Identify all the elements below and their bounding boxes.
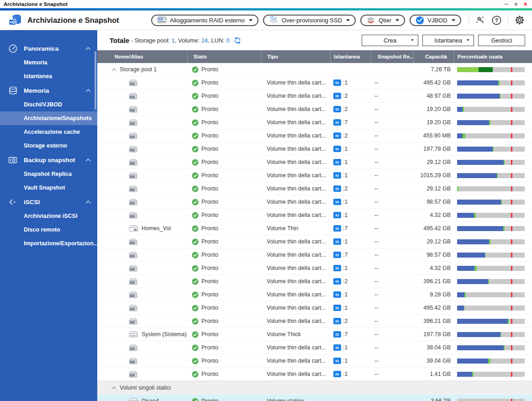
table-row-volume[interactable]: IOProntoVolume thin della cart...IO:2--4…: [97, 129, 532, 142]
table-row-disco4[interactable]: Disco4ProntoVolume statico----3.56 TB: [97, 395, 532, 401]
snapshot-badge-icon[interactable]: IO: [333, 79, 341, 86]
snapshot-badge-icon[interactable]: IO: [333, 344, 341, 351]
sidebar-scrollbar[interactable]: [95, 51, 96, 110]
refresh-icon[interactable]: [234, 37, 241, 44]
maximize-button[interactable]: +: [514, 1, 518, 7]
status-text: Pronto: [201, 212, 218, 218]
istantanea-button[interactable]: Istantanea: [422, 35, 474, 46]
sidebar-section-backup-snapshot[interactable]: Backup snapshot: [0, 153, 97, 167]
column-header-stato[interactable]: Stato: [187, 50, 261, 63]
table-row-volume[interactable]: IOProntoVolume thin della cart...IO:1--4…: [97, 209, 532, 222]
table-row-volume[interactable]: IOProntoVolume thin della cart...IO:2--2…: [97, 182, 532, 195]
snapshot-badge-icon[interactable]: IO: [333, 358, 341, 364]
table-row-volume[interactable]: IOProntoVolume thin della cart...IO:2--3…: [97, 275, 532, 288]
column-header-snapshot-re[interactable]: Snapshot Re...: [370, 50, 413, 63]
snapshot-badge-icon[interactable]: IO: [333, 93, 341, 99]
snapshot-badge-icon[interactable]: IO: [333, 185, 341, 192]
table-row-volume[interactable]: IOProntoVolume thin della cart...IO:1--9…: [97, 195, 532, 209]
snapshot-count: :2: [343, 93, 348, 99]
snapshot-badge-icon[interactable]: IO: [333, 305, 341, 311]
minimize-button[interactable]: −: [504, 1, 508, 7]
sidebar-item-disco-remoto[interactable]: Disco remoto: [0, 223, 97, 237]
snapshot-badge-icon[interactable]: IO: [333, 331, 341, 338]
replica-value: --: [374, 212, 378, 218]
sidebar-item-vault-snapshot[interactable]: Vault Snapshot: [0, 181, 97, 195]
close-button[interactable]: ×: [524, 1, 527, 7]
table-row-volume[interactable]: IOProntoVolume thin della cart...IO:7--9…: [97, 248, 532, 262]
table-row-volume[interactable]: IOProntoVolume thin della cart...IO:1--9…: [97, 288, 532, 301]
settings-gear-icon[interactable]: [514, 15, 525, 26]
table-row-homes-vol[interactable]: Homes_VolProntoVolume ThinIO:7--495.42 G…: [97, 222, 532, 235]
crea-button[interactable]: Crea: [362, 35, 418, 46]
sidebar-item-snapshot-replica[interactable]: Snapshot Replica: [0, 167, 97, 181]
column-header-istantanea[interactable]: Istantanea: [330, 50, 370, 63]
pill-button-qtier[interactable]: Qtier: [360, 15, 405, 26]
sidebar-item-importazione-esportazion[interactable]: Importazione/Esportazion...: [0, 237, 97, 250]
table-row-volume[interactable]: IOProntoVolume thin della cart...IO:2--4…: [97, 90, 532, 103]
table-row-volume[interactable]: IOProntoVolume thin della cart...IO:1--3…: [97, 341, 532, 354]
table-row-storage-pool-1[interactable]: Storage pool 1Pronto7.26 TB: [97, 63, 532, 76]
column-header-capacit[interactable]: Capacità: [413, 50, 453, 63]
snapshot-badge-icon[interactable]: IO: [333, 212, 341, 218]
pill-button-alloggiamento-raid-esterno[interactable]: RAIDAlloggiamento RAID esterno: [151, 15, 258, 26]
sidebar-item-storage-esterno[interactable]: Storage esterno: [0, 139, 97, 153]
magic-wand-icon[interactable]: [475, 15, 485, 26]
snapshot-badge-icon[interactable]: IO: [333, 106, 341, 112]
usage-bar: [457, 292, 525, 297]
table-row-volume[interactable]: IOProntoVolume thin della cart...IO:2--3…: [97, 315, 532, 328]
snapshot-count: :2: [343, 278, 348, 285]
gestisci-button[interactable]: Gestisci: [478, 35, 525, 46]
snapshot-badge-icon[interactable]: IO: [333, 318, 341, 324]
sidebar-item-archiviazione-iscsi[interactable]: Archiviazione iSCSI: [0, 209, 97, 223]
sidebar-section-iscsi[interactable]: iSCSI: [0, 195, 97, 209]
sidebar-item-dischi-vjbod[interactable]: Dischi/VJBOD: [0, 98, 97, 111]
table-row-system-sistema[interactable]: System (Sistema)ProntoVolume ThickIO:7--…: [97, 328, 532, 341]
chevron-up-icon[interactable]: [111, 386, 116, 390]
snapshot-badge-icon[interactable]: IO: [333, 146, 341, 152]
sidebar-section-panoramica[interactable]: Panoramica: [0, 41, 97, 56]
pill-button-vjbod[interactable]: VJBOD: [410, 15, 461, 26]
snapshot-cell: IO:1: [330, 172, 370, 179]
table-row-volume[interactable]: IOProntoVolume thin della cart...IO:1--1…: [97, 368, 532, 381]
snapshot-badge-icon[interactable]: IO: [333, 199, 341, 205]
sidebar-item-istantanea[interactable]: Istantanea: [0, 69, 97, 83]
snapshot-badge-icon[interactable]: IO: [333, 291, 341, 298]
table-row-volume[interactable]: IOProntoVolume thin della cart...IO:1--4…: [97, 301, 532, 315]
sidebar-item-archiviazione-snapshots[interactable]: Archiviazione/Snapshots: [0, 111, 97, 125]
chevron-up-icon[interactable]: [111, 68, 116, 71]
sidebar-item-memoria[interactable]: Memoria: [0, 56, 97, 69]
table-row-volume[interactable]: IOProntoVolume thin della cart...IO:1--1…: [97, 142, 532, 156]
table-row-volume[interactable]: IOProntoVolume thin della cart...IO:1--2…: [97, 156, 532, 169]
table-row-volume[interactable]: IOProntoVolume thin della cart...IO:1--2…: [97, 235, 532, 248]
column-header-nome-alias[interactable]: Nome/Alias: [97, 50, 187, 63]
usage-cell: [453, 372, 532, 377]
snapshot-cell: IO:7: [330, 119, 370, 126]
sidebar-section-memoria[interactable]: Memoria: [0, 83, 97, 98]
snapshot-badge-icon[interactable]: IO: [333, 132, 341, 139]
sidebar-item-accelerazione-cache[interactable]: Accelerazione cache: [0, 125, 97, 139]
table-row-volume[interactable]: IOProntoVolume thin della cart...IO:2--1…: [97, 103, 532, 116]
table-row-volume[interactable]: IOProntoVolume thin della cart...IO:1--4…: [97, 76, 532, 90]
help-icon[interactable]: ?: [491, 15, 502, 26]
snapshot-badge-icon[interactable]: IO: [333, 371, 341, 377]
snapshot-badge-icon[interactable]: IO: [333, 265, 341, 271]
table-row-volumi-singoli-statici[interactable]: Volumi singoli statici: [97, 381, 532, 395]
snapshot-badge-icon[interactable]: IO: [333, 238, 341, 245]
table-row-volume[interactable]: IOProntoVolume thin della cart...IO:7--1…: [97, 116, 532, 129]
snapshot-badge-icon[interactable]: IO: [333, 119, 341, 126]
snapshot-badge-icon[interactable]: IO: [333, 172, 341, 179]
threshold-marker: [511, 160, 512, 165]
snapshot-badge-icon[interactable]: IO: [333, 278, 341, 285]
snapshot-badge-icon[interactable]: IO: [333, 252, 341, 258]
column-header-percentuale-usata[interactable]: Percentuale usata: [453, 50, 532, 63]
table-row-volume[interactable]: IOProntoVolume thin della cart...IO:1--3…: [97, 354, 532, 368]
table-row-volume[interactable]: IOProntoVolume thin della cart...IO:1--4…: [97, 262, 532, 275]
pill-button-over-provisioning-ssd[interactable]: Over-provisioning SSD: [263, 15, 356, 26]
snapshot-badge-icon[interactable]: IO: [333, 225, 341, 232]
usage-bar-segment: [474, 213, 476, 218]
table-row-volume[interactable]: IOProntoVolume thin della cart...IO:1--1…: [97, 169, 532, 182]
snapshot-cell: IO:2: [330, 185, 370, 192]
snapshot-badge-icon[interactable]: IO: [333, 159, 341, 165]
capacity-cell: 455.90 MB: [413, 132, 453, 139]
column-header-tipo[interactable]: Tipo: [261, 50, 330, 63]
